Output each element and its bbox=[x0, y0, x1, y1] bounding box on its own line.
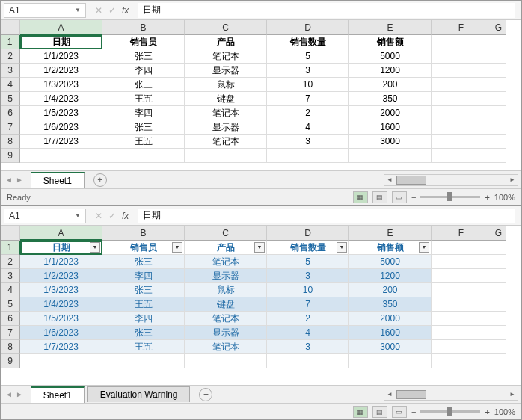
col-header-E[interactable]: E bbox=[349, 226, 432, 241]
cell-C4[interactable]: 鼠标 bbox=[185, 283, 267, 297]
col-header-C[interactable]: C bbox=[185, 20, 267, 35]
cell-E3[interactable]: 1200 bbox=[349, 269, 432, 283]
cell-D7[interactable]: 4 bbox=[267, 120, 349, 135]
scroll-thumb[interactable] bbox=[396, 176, 426, 185]
cell-E9[interactable] bbox=[349, 149, 432, 163]
tab-next-icon[interactable]: ► bbox=[16, 176, 23, 184]
zoom-out-icon[interactable]: − bbox=[411, 407, 416, 416]
cell-G4[interactable] bbox=[491, 283, 506, 297]
cell-E5[interactable]: 350 bbox=[349, 297, 432, 312]
cell-A3[interactable]: 1/2/2023 bbox=[20, 64, 102, 78]
cell-C6[interactable]: 笔记本 bbox=[185, 106, 267, 120]
cell-D4[interactable]: 10 bbox=[267, 283, 349, 297]
zoom-slider[interactable] bbox=[420, 410, 480, 413]
fx-icon[interactable]: fx bbox=[122, 5, 129, 16]
cell-G7[interactable] bbox=[491, 326, 506, 340]
cell-A4[interactable]: 1/3/2023 bbox=[20, 78, 102, 92]
formula-input[interactable] bbox=[138, 209, 515, 223]
cell-F4[interactable] bbox=[432, 283, 491, 297]
cell-D6[interactable]: 2 bbox=[267, 312, 349, 326]
col-header-G[interactable]: G bbox=[491, 226, 506, 241]
tab-prev-icon[interactable]: ◄ bbox=[5, 176, 13, 184]
zoom-slider[interactable] bbox=[420, 196, 480, 198]
cell-A7[interactable]: 1/6/2023 bbox=[20, 120, 102, 135]
row-header-3[interactable]: 3 bbox=[1, 269, 20, 283]
cell-G5[interactable] bbox=[491, 92, 506, 106]
view-layout-icon[interactable]: ▤ bbox=[372, 191, 387, 203]
cell-D9[interactable] bbox=[267, 354, 349, 368]
cell-C1[interactable]: 产品 bbox=[185, 35, 267, 49]
cell-B8[interactable]: 王五 bbox=[102, 340, 185, 354]
chevron-down-icon[interactable]: ▼ bbox=[75, 7, 81, 13]
cell-G7[interactable] bbox=[491, 120, 506, 135]
cell-C5[interactable]: 键盘 bbox=[185, 297, 267, 312]
cell-F9[interactable] bbox=[432, 354, 491, 368]
cell-A9[interactable] bbox=[20, 354, 102, 368]
cell-B6[interactable]: 李四 bbox=[102, 106, 185, 120]
cell-G1[interactable] bbox=[491, 35, 506, 49]
cell-G5[interactable] bbox=[491, 297, 506, 312]
row-header-8[interactable]: 8 bbox=[1, 135, 20, 149]
cell-F1[interactable] bbox=[432, 35, 491, 49]
cell-C3[interactable]: 显示器 bbox=[185, 269, 267, 283]
cancel-icon[interactable]: ✕ bbox=[95, 5, 102, 16]
row-header-5[interactable]: 5 bbox=[1, 92, 20, 106]
chevron-down-icon[interactable]: ▼ bbox=[75, 212, 81, 219]
cell-C7[interactable]: 显示器 bbox=[185, 326, 267, 340]
cell-F7[interactable] bbox=[432, 326, 491, 340]
cell-B5[interactable]: 王五 bbox=[102, 92, 185, 106]
grid-bottom[interactable]: ABCDEFG 123456789 日期▼销售员▼产品▼销售数量▼销售额▼1/1… bbox=[1, 226, 521, 385]
scroll-right-icon[interactable]: ► bbox=[507, 389, 518, 400]
row-header-9[interactable]: 9 bbox=[1, 354, 20, 368]
cell-F7[interactable] bbox=[432, 120, 491, 135]
view-layout-icon[interactable]: ▤ bbox=[372, 406, 387, 418]
cell-D1[interactable]: 销售数量 bbox=[267, 35, 349, 49]
row-header-7[interactable]: 7 bbox=[1, 326, 20, 340]
row-header-4[interactable]: 4 bbox=[1, 283, 20, 297]
cell-A2[interactable]: 1/1/2023 bbox=[20, 255, 102, 269]
cell-A2[interactable]: 1/1/2023 bbox=[20, 49, 102, 64]
cell-F2[interactable] bbox=[432, 49, 491, 64]
row-header-1[interactable]: 1 bbox=[1, 35, 20, 49]
cell-B3[interactable]: 李四 bbox=[102, 64, 185, 78]
cell-D1[interactable]: 销售数量▼ bbox=[267, 241, 349, 255]
cell-G8[interactable] bbox=[491, 340, 506, 354]
row-header-1[interactable]: 1 bbox=[1, 241, 20, 255]
cell-G1[interactable] bbox=[491, 241, 506, 255]
cell-A6[interactable]: 1/5/2023 bbox=[20, 312, 102, 326]
cell-D5[interactable]: 7 bbox=[267, 297, 349, 312]
cell-G3[interactable] bbox=[491, 64, 506, 78]
cell-F3[interactable] bbox=[432, 269, 491, 283]
horizontal-scrollbar[interactable]: ◄ ► bbox=[384, 174, 518, 186]
cell-F3[interactable] bbox=[432, 64, 491, 78]
cell-E7[interactable]: 1600 bbox=[349, 120, 432, 135]
add-sheet-button[interactable]: + bbox=[199, 388, 212, 401]
row-header-4[interactable]: 4 bbox=[1, 78, 20, 92]
col-header-A[interactable]: A bbox=[20, 20, 102, 35]
scroll-left-icon[interactable]: ◄ bbox=[384, 175, 395, 185]
cell-A5[interactable]: 1/4/2023 bbox=[20, 297, 102, 312]
cell-E2[interactable]: 5000 bbox=[349, 49, 432, 64]
row-header-2[interactable]: 2 bbox=[1, 49, 20, 64]
confirm-icon[interactable]: ✓ bbox=[108, 211, 116, 221]
cell-C9[interactable] bbox=[185, 149, 267, 163]
cell-C2[interactable]: 笔记本 bbox=[185, 255, 267, 269]
cell-D9[interactable] bbox=[267, 149, 349, 163]
cell-B9[interactable] bbox=[102, 149, 185, 163]
cell-C9[interactable] bbox=[185, 354, 267, 368]
row-header-9[interactable]: 9 bbox=[1, 149, 20, 163]
cell-A7[interactable]: 1/6/2023 bbox=[20, 326, 102, 340]
cell-A4[interactable]: 1/3/2023 bbox=[20, 283, 102, 297]
cell-G2[interactable] bbox=[491, 49, 506, 64]
cell-E1[interactable]: 销售额▼ bbox=[349, 241, 432, 255]
cell-F1[interactable] bbox=[432, 241, 491, 255]
cell-A9[interactable] bbox=[20, 149, 102, 163]
scroll-left-icon[interactable]: ◄ bbox=[384, 389, 395, 400]
cell-B8[interactable]: 王五 bbox=[102, 135, 185, 149]
cell-D3[interactable]: 3 bbox=[267, 269, 349, 283]
cell-G6[interactable] bbox=[491, 312, 506, 326]
cell-A6[interactable]: 1/5/2023 bbox=[20, 106, 102, 120]
formula-input[interactable] bbox=[138, 3, 515, 18]
view-normal-icon[interactable]: ▦ bbox=[353, 191, 368, 203]
col-header-F[interactable]: F bbox=[432, 226, 491, 241]
